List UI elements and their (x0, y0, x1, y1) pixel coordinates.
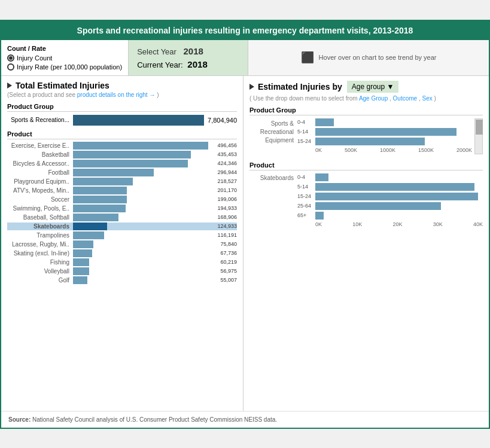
product-value: 75,840 (220, 241, 237, 247)
product-row[interactable]: Exercise, Exercise E..496,456 (7, 142, 237, 150)
product-value: 124,933 (217, 223, 237, 229)
product-row[interactable]: Volleyball56,975 (7, 267, 237, 275)
product-row[interactable]: Swimming, Pools, E..194,933 (7, 205, 237, 212)
product-row[interactable]: Soccer199,006 (7, 196, 237, 203)
prod-bar-25-64 (315, 202, 441, 210)
product-value: 199,006 (217, 196, 237, 202)
product-bar-container (73, 187, 215, 194)
product-bar-container (73, 267, 218, 275)
prod-row-15-24: 15-24 (297, 193, 483, 200)
pg-row-0-4: 0-4 (297, 118, 472, 126)
triangle-icon (7, 83, 12, 89)
product-bar-container (73, 249, 218, 257)
pg-axis: 0K 500K 1000K 1500K 2000K (297, 147, 472, 153)
product-row[interactable]: Golf55,007 (7, 276, 237, 284)
select-year-label: Select Year (137, 47, 176, 56)
total-bar-row[interactable]: Sports & Recreation... 7,804,940 (7, 115, 237, 126)
product-row[interactable]: ATV's, Mopeds, Min..201,170 (7, 187, 237, 194)
product-row[interactable]: Bicycles & Accessor..424,346 (7, 160, 237, 167)
product-bar (73, 205, 126, 212)
product-label: Basketball (7, 151, 73, 158)
left-subtitle: (Select a product and see product detail… (7, 92, 237, 98)
prod-bar-container-5-14 (315, 183, 483, 191)
product-row[interactable]: Playground Equipm..218,527 (7, 178, 237, 185)
right-product-group-header: Product Group (249, 106, 483, 115)
product-value: 116,191 (217, 232, 237, 238)
prod-age-15-24: 15-24 (297, 193, 315, 199)
product-row[interactable]: Football296,944 (7, 169, 237, 176)
prod-bar-5-14 (315, 183, 474, 191)
triangle-icon-right (249, 84, 254, 90)
pg-scrollbar[interactable] (474, 118, 483, 154)
pg-age-15-24: 15-24 (297, 138, 315, 144)
product-row[interactable]: Skateboards124,933 (7, 223, 237, 230)
product-value: 168,906 (217, 214, 237, 220)
prod-bar-65plus (315, 212, 324, 220)
product-bar (73, 214, 118, 221)
product-label: Lacrosse, Rugby, Mi.. (7, 241, 73, 248)
total-bar-value: 7,804,940 (208, 117, 237, 124)
product-details-link[interactable]: product details on the right → (77, 92, 156, 98)
product-value: 201,170 (217, 187, 237, 193)
product-group-chart: Sports &RecreationalEquipment 0-4 5-14 (249, 118, 483, 154)
spacer (249, 156, 483, 161)
product-bar (73, 276, 87, 284)
left-panel: Total Estimated Injuries (Select a produ… (1, 76, 244, 411)
pg-bar-15-24 (315, 138, 425, 145)
source-label: Source: (8, 416, 31, 423)
estimated-injuries-label: Estimated Injuries by (258, 82, 342, 92)
product-bar (73, 231, 104, 239)
pg-age-5-14: 5-14 (297, 129, 315, 135)
product-row[interactable]: Lacrosse, Rugby, Mi..75,840 (7, 240, 237, 248)
product-bar-container (73, 178, 215, 185)
product-bar (73, 169, 154, 176)
product-row[interactable]: Trampolines116,191 (7, 231, 237, 239)
count-rate-section: Count / Rate Injury Count Injury Rate (p… (1, 40, 129, 75)
product-bar (73, 258, 89, 266)
product-label: ATV's, Mopeds, Min.. (7, 187, 73, 194)
prod-age-0-4: 0-4 (297, 174, 315, 180)
product-value: 496,456 (217, 142, 237, 148)
product-bar (73, 249, 92, 257)
product-label: Baseball, Softball (7, 214, 73, 221)
product-row[interactable]: Basketball435,453 (7, 151, 237, 159)
injury-count-radio[interactable]: Injury Count (7, 54, 122, 62)
product-bars: 0-4 5-14 15-24 (297, 173, 483, 227)
product-label: Football (7, 169, 73, 176)
right-subtitle: ( Use the drop down menu to select from … (249, 95, 483, 102)
product-label: Skating (excl. In-line) (7, 250, 73, 257)
product-row[interactable]: Baseball, Softball168,906 (7, 214, 237, 221)
sex-link[interactable]: Sex (422, 95, 433, 102)
product-header: Product (7, 130, 237, 139)
pg-row-15-24: 15-24 (297, 138, 472, 145)
product-row[interactable]: Skating (excl. In-line)67,736 (7, 249, 237, 257)
product-bar-container (73, 223, 215, 230)
total-injuries-title: Total Estimated Injuries (7, 81, 237, 90)
product-bar-container (73, 151, 215, 159)
pg-bar-5-14 (315, 128, 456, 136)
prod-axis: 0K 10K 20K 30K 40K (297, 221, 483, 227)
pg-bar-container-15-24 (315, 138, 472, 145)
product-bar (73, 196, 127, 203)
right-panel: Estimated Injuries by Age group ▼ ( Use … (244, 76, 489, 411)
age-group-link[interactable]: Age Group (359, 95, 388, 102)
pg-age-0-4: 0-4 (297, 119, 315, 125)
select-year-row[interactable]: Select Year 2018 (137, 46, 239, 56)
injury-rate-radio[interactable]: Injury Rate (per 100,000 population) (7, 63, 122, 71)
prod-bar-15-24 (315, 193, 478, 200)
prod-row-5-14: 5-14 (297, 183, 483, 191)
count-rate-title: Count / Rate (7, 45, 122, 52)
current-year-value: 2018 (187, 59, 207, 69)
age-group-dropdown[interactable]: Age group ▼ (347, 81, 399, 93)
product-group-label: Sports &RecreationalEquipment (249, 118, 297, 145)
product-row[interactable]: Fishing60,219 (7, 258, 237, 266)
source-text: National Safety Council analysis of U.S.… (32, 416, 277, 423)
product-label: Skateboards (7, 223, 73, 230)
estimated-injuries-title: Estimated Injuries by (249, 82, 342, 92)
product-bar-container (73, 214, 215, 221)
product-bar (73, 240, 93, 248)
dropdown-arrow: ▼ (387, 83, 394, 91)
prod-age-5-14: 5-14 (297, 184, 315, 190)
outcome-link[interactable]: Outcome (393, 95, 418, 102)
total-bar-label: Sports & Recreation... (7, 117, 73, 123)
